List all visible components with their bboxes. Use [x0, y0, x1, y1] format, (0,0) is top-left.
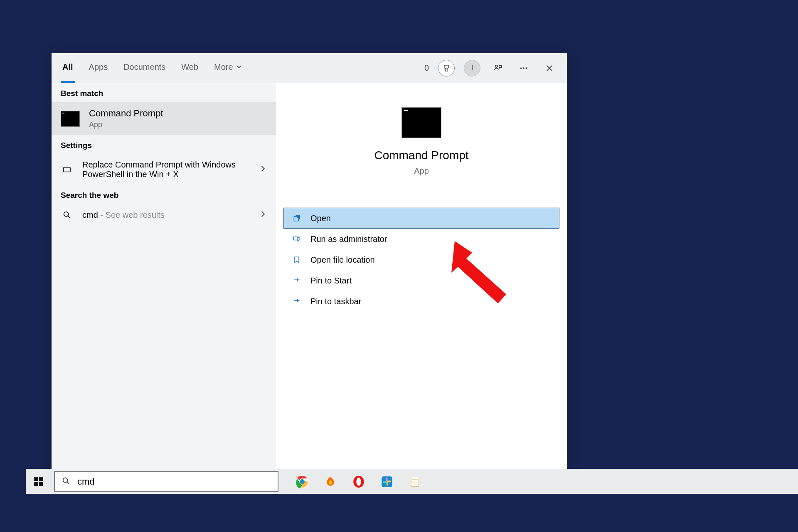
svg-rect-12	[39, 482, 43, 486]
action-run-admin-label: Run as administrator	[310, 234, 387, 244]
web-search-text: cmd - See web results	[82, 210, 249, 220]
preview-subtitle: App	[414, 166, 429, 176]
preview-actions: Open Run as administrator Open file loca…	[283, 207, 559, 312]
more-options-icon[interactable]	[515, 60, 532, 76]
svg-rect-11	[34, 482, 38, 486]
svg-rect-9	[34, 477, 38, 481]
tab-more-label: More	[214, 62, 233, 72]
open-icon	[292, 214, 301, 222]
folder-icon	[292, 256, 301, 264]
search-body: Best match Command Prompt App Settings R…	[52, 83, 567, 469]
settings-result[interactable]: Replace Command Prompt with Windows Powe…	[52, 154, 276, 185]
svg-rect-24	[411, 477, 419, 486]
web-search-suffix: - See web results	[98, 210, 165, 219]
action-open[interactable]: Open	[283, 208, 559, 229]
tab-apps-label: Apps	[89, 62, 108, 72]
chevron-right-icon	[259, 165, 267, 175]
best-match-texts: Command Prompt App	[89, 108, 163, 129]
tab-apps[interactable]: Apps	[87, 53, 110, 83]
pin-icon	[292, 276, 301, 285]
action-run-as-administrator[interactable]: Run as administrator	[283, 229, 559, 249]
shield-icon	[292, 235, 301, 243]
profile-avatar[interactable]: I	[464, 60, 480, 76]
search-web-header: Search the web	[52, 185, 276, 204]
tab-web[interactable]: Web	[180, 53, 200, 83]
web-search-result[interactable]: cmd - See web results	[52, 204, 276, 226]
pin-icon	[292, 297, 301, 305]
best-match-subtitle: App	[89, 121, 163, 129]
tab-web-label: Web	[181, 62, 198, 72]
svg-point-3	[526, 67, 527, 69]
close-icon[interactable]	[541, 60, 558, 76]
action-pin-to-start[interactable]: Pin to Start	[283, 270, 559, 291]
svg-point-5	[64, 212, 69, 217]
search-results-column: Best match Command Prompt App Settings R…	[52, 83, 276, 469]
action-pin-to-taskbar[interactable]: Pin to taskbar	[283, 291, 559, 312]
notepad-icon[interactable]	[403, 471, 427, 493]
settings-icon	[61, 165, 73, 174]
start-button[interactable]	[26, 469, 52, 494]
svg-rect-4	[64, 167, 71, 172]
flame-app-icon[interactable]	[318, 471, 342, 493]
chevron-down-icon	[236, 62, 242, 72]
slack-icon[interactable]	[375, 471, 399, 493]
action-open-file-location[interactable]: Open file location	[283, 249, 559, 270]
svg-rect-23	[387, 480, 391, 482]
search-header-actions: 0 I	[424, 53, 567, 83]
chevron-right-icon	[259, 210, 267, 220]
start-search-window: All Apps Documents Web More 0 I	[52, 53, 567, 469]
web-search-term: cmd	[82, 210, 98, 219]
best-match-result[interactable]: Command Prompt App	[52, 102, 276, 135]
tab-documents[interactable]: Documents	[122, 53, 167, 83]
preview-header: Command Prompt App	[283, 91, 559, 184]
action-open-label: Open	[310, 214, 331, 223]
preview-column: Command Prompt App Open Run as administr…	[276, 83, 567, 469]
svg-rect-21	[383, 481, 387, 483]
search-tabs: All Apps Documents Web More	[52, 53, 244, 83]
feedback-icon[interactable]	[490, 60, 506, 76]
svg-point-13	[63, 478, 68, 482]
tab-all-label: All	[62, 62, 73, 72]
tab-documents-label: Documents	[123, 62, 165, 72]
search-icon	[61, 210, 73, 219]
settings-header: Settings	[52, 135, 276, 154]
taskbar	[26, 469, 798, 494]
best-match-header: Best match	[52, 83, 276, 102]
taskbar-search-box[interactable]	[54, 471, 278, 492]
preview-title: Command Prompt	[374, 149, 468, 162]
settings-result-text: Replace Command Prompt with Windows Powe…	[82, 160, 249, 179]
svg-point-0	[495, 65, 498, 67]
tab-more[interactable]: More	[212, 53, 244, 83]
best-match-title: Command Prompt	[89, 108, 163, 119]
svg-point-1	[520, 67, 522, 69]
svg-point-2	[523, 67, 525, 69]
rewards-count: 0	[424, 63, 429, 73]
command-prompt-icon	[401, 107, 441, 138]
action-open-loc-label: Open file location	[310, 255, 375, 265]
svg-point-16	[300, 480, 304, 483]
action-pin-start-label: Pin to Start	[310, 276, 352, 286]
svg-rect-22	[387, 482, 388, 486]
svg-rect-7	[294, 237, 298, 240]
svg-rect-10	[39, 477, 43, 481]
command-prompt-icon	[61, 111, 80, 127]
opera-icon[interactable]	[347, 471, 371, 493]
taskbar-icons	[281, 469, 427, 494]
chrome-icon[interactable]	[290, 471, 314, 493]
search-tabs-bar: All Apps Documents Web More 0 I	[52, 53, 567, 83]
tab-all[interactable]: All	[61, 53, 75, 83]
svg-point-18	[356, 478, 361, 486]
search-icon	[62, 476, 71, 487]
rewards-icon[interactable]	[438, 60, 455, 76]
action-pin-taskbar-label: Pin to taskbar	[310, 297, 361, 306]
taskbar-search-input[interactable]	[77, 476, 271, 487]
profile-initial: I	[471, 64, 473, 72]
